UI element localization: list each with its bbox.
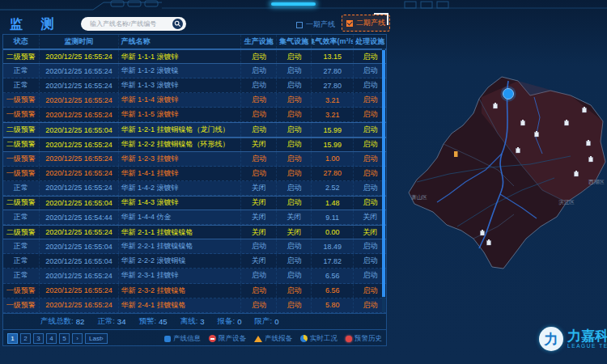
page-button[interactable]: 2 [20,333,31,344]
cell-status: 正常 [3,78,40,92]
cell-time: 2020/12/25 16:55:24 [40,93,120,107]
table-row[interactable]: 一级预警2020/12/25 16:55:24华新 1-1-5 滚镀锌启动启动3… [3,108,386,122]
legend-item-report-triangle[interactable]: 产线报备 [254,334,292,344]
cell-status: 二级预警 [3,123,40,136]
legend-item-alarm-dot[interactable]: 预警历史 [346,334,382,344]
table-row[interactable]: 二级预警2020/12/25 16:55:24华新 1-1-1 滚镀锌启动启动1… [3,49,386,64]
table-body: 二级预警2020/12/25 16:55:24华新 1-1-1 滚镀锌启动启动1… [3,49,386,313]
cell-time: 2020/12/25 16:55:24 [40,284,120,298]
cell-status: 一级预警 [3,93,40,107]
cell-prod: 启动 [241,78,278,92]
summary-value: 34 [117,317,126,326]
legend-label: 产线信息 [173,334,201,344]
cell-time: 2020/12/25 16:55:04 [40,254,120,268]
page-button[interactable]: 1 [7,333,18,344]
gauge-icon [300,335,308,342]
table-row[interactable]: 正常2020/12/25 16:55:04华新 2-2-2 滚镀铜镍关闭启动17… [3,254,386,269]
pagination: 12345›Last› [7,333,108,344]
cell-gas: 关闭 [277,226,312,239]
footer-row: 12345›Last› 产线信息限产设备产线报备实时工况预警历史 [3,329,386,347]
table-row[interactable]: 一级预警2020/12/25 16:55:24华新 1-2-3 挂镀锌启动启动1… [3,152,386,167]
cell-time: 2020/12/25 16:55:24 [40,50,120,63]
cell-eff: 9.11 [312,210,354,224]
page-button[interactable]: 5 [59,333,70,344]
cell-eff: 15.99 [312,138,354,151]
cell-name: 华新 2-3-2 挂镀镍铬 [119,284,240,298]
cell-status: 一级预警 [3,167,40,180]
table-row[interactable]: 一级预警2020/12/25 16:55:24华新 1-4-1 挂镀锌启动启动2… [3,167,386,181]
cell-time: 2020/12/25 16:55:24 [40,78,120,92]
cell-eff: 27.80 [312,167,354,180]
cell-gas: 启动 [277,123,312,136]
summary-item: 预警:45 [138,316,167,327]
table-row[interactable]: 一级预警2020/12/25 16:55:24华新 2-3-2 挂镀镍铬启动启动… [3,284,386,298]
cell-eff: 15.99 [312,123,354,136]
cell-gas: 启动 [277,197,312,210]
table-row[interactable]: 一级预警2020/12/25 16:55:24华新 1-1-4 滚镀锌启动启动3… [3,93,386,108]
cell-name: 华新 1-1-4 滚镀锌 [119,93,240,107]
summary-item: 限产:0 [255,316,279,327]
table-row[interactable]: 二级预警2020/12/25 16:55:24华新 2-1-1 挂镀镍镍铬关闭关… [3,225,386,239]
cell-eff: 0.00 [312,226,354,239]
cell-time: 2020/12/25 16:55:24 [40,298,120,312]
page-button[interactable]: 4 [46,333,57,344]
cell-status: 正常 [3,181,40,195]
worker-marker[interactable] [454,151,458,157]
summary-item: 正常:34 [97,316,125,327]
summary-item: 离线:3 [180,316,205,327]
logo-icon: 力 [539,327,563,351]
summary-item: 报备:0 [218,316,242,327]
summary-label: 产线总数: [40,316,74,327]
scrollbar-thumb[interactable] [382,50,385,297]
page-title: 监 测 [10,16,61,33]
alert-marker[interactable] [503,89,514,99]
cell-time: 2020/12/25 16:55:24 [40,269,120,282]
cell-name: 华新 1-2-3 挂镀锌 [119,152,240,166]
cell-name: 华新 1-4-4 仿金 [119,210,240,224]
cell-time: 2020/12/25 16:55:24 [40,108,120,121]
table-row[interactable]: 正常2020/12/25 16:55:24华新 2-3-1 挂镀锌启动启动6.5… [3,269,386,283]
cell-gas: 启动 [277,138,312,151]
summary-label: 正常: [97,316,115,327]
table-row[interactable]: 正常2020/12/25 16:55:24华新 1-1-2 滚镀镍启动启动27.… [3,64,386,78]
cell-prod: 启动 [241,239,278,253]
next-page-button[interactable]: › [72,333,83,344]
glow-accent-bar [271,2,316,6]
cell-name: 华新 2-2-2 滚镀铜镍 [119,254,240,268]
cell-gas: 关闭 [277,210,312,224]
last-page-button[interactable]: Last› [85,333,108,344]
cell-gas: 启动 [277,181,312,195]
cell-name: 华新 1-1-1 滚镀锌 [119,50,240,63]
legend-item-info-square[interactable]: 产线信息 [164,334,201,344]
cell-status: 一级预警 [3,108,40,121]
cell-name: 华新 1-4-1 挂镀锌 [119,167,240,180]
table-row[interactable]: 二级预警2020/12/25 16:55:04华新 1-2-1 挂镀铜镍铬（龙门… [3,122,386,137]
table-row[interactable]: 一级预警2020/12/25 16:55:24华新 2-4-1 挂镀镍铬启动启动… [3,298,386,313]
table-row[interactable]: 正常2020/12/25 16:55:24华新 1-4-2 滚镀锌关闭启动2.5… [3,181,386,196]
cell-name: 华新 2-2-1 挂镀镍镍铬 [119,239,240,253]
phase1-checkbox[interactable]: 一期产线 [296,19,335,30]
cell-prod: 启动 [241,64,278,78]
table-row[interactable]: 二级预警2020/12/25 16:55:04华新 1-4-3 滚镀锌关闭启动1… [3,196,386,210]
cell-prod: 启动 [241,108,278,121]
search-input[interactable] [88,19,172,28]
table-row[interactable]: 正常2020/12/25 16:55:24华新 1-1-3 滚镀锌启动启动27.… [3,78,386,93]
cell-prod: 启动 [241,298,278,312]
table-header: 状态监测时间产线名称生产设施集气设施集气效率(m³/s)处理设施 [3,35,386,49]
table-row[interactable]: 二级预警2020/12/25 16:55:24华新 1-2-2 挂镀铜镍铬（环形… [3,138,386,152]
table-row[interactable]: 正常2020/12/25 16:55:04华新 2-2-1 挂镀镍镍铬启动启动1… [3,239,386,254]
table-scrollbar[interactable] [382,49,385,312]
cell-prod: 关闭 [241,181,278,195]
brand-logo: 力 力嘉科技 LEAGUE TECH [539,327,607,351]
cell-eff: 6.56 [312,284,354,298]
cell-prod: 关闭 [241,226,278,239]
cell-name: 华新 1-4-3 滚镀锌 [119,197,240,210]
search-button[interactable] [172,19,183,29]
column-header: 监测时间 [40,35,120,49]
legend-item-limit-circle[interactable]: 限产设备 [209,334,246,344]
table-row[interactable]: 正常2020/12/25 16:54:44华新 1-4-4 仿金关闭关闭9.11… [3,210,386,225]
legend-item-gauge[interactable]: 实时工况 [300,334,337,344]
cell-name: 华新 2-4-1 挂镀镍铬 [119,298,240,312]
summary-label: 预警: [138,316,156,327]
page-button[interactable]: 3 [33,333,44,344]
